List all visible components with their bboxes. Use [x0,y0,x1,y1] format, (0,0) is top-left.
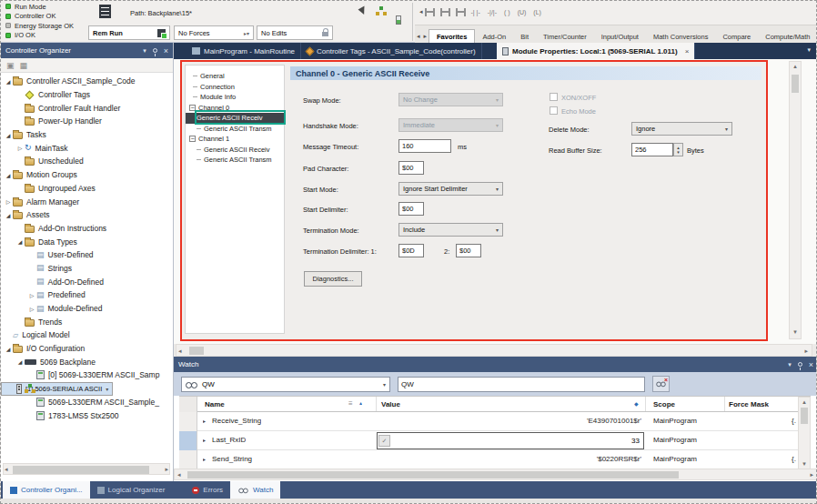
doc-tab-controller-tags[interactable]: Controller Tags - ASCII_Sample_Code(cont… [301,43,482,59]
swap-mode-select[interactable]: No Change [398,93,503,106]
contact-nc-icon[interactable]: -|/|- [488,9,497,15]
tree-item-logical-model[interactable]: ▱Logical Model [1,328,173,342]
expander-icon[interactable] [27,292,36,298]
scrollbar-thumb[interactable] [189,347,204,355]
content-v-scrollbar[interactable]: ▴ ▾ [789,61,802,339]
tree-item-fault-handler[interactable]: Controller Fault Handler [1,101,173,115]
category-module-info[interactable]: Module Info [186,92,284,103]
pin-icon[interactable] [153,48,157,53]
scrollbar-thumb[interactable] [187,471,679,479]
category-ch0-generic-ascii-receive[interactable]: Generic ASCII Receiv [186,113,284,124]
coil-icon[interactable]: ( ) [504,9,510,15]
category-ch1-generic-ascii-receive[interactable]: Generic ASCII Receiv [186,145,284,156]
doc-tab-module-properties[interactable]: Module Properties: Local:1 (5069-SERIAL … [497,43,695,59]
forces-dropdown[interactable]: No Forces ▸▾ [174,25,254,40]
tree-item-io-configuration[interactable]: I/O Configuration [1,342,173,356]
scroll-down-icon[interactable]: ▾ [799,459,810,469]
tab-compare[interactable]: Compare [715,30,758,43]
tab-favorites[interactable]: Favorites [429,29,475,43]
row-gutter[interactable] [179,412,197,431]
close-icon[interactable] [164,46,168,55]
value-type-toggle-icon[interactable]: ✓ [378,435,390,447]
tag-value[interactable]: '$0220RSR$r' [379,455,641,463]
tag-value[interactable]: 'E4390701001$r' [379,417,641,425]
tab-timer-counter[interactable]: Timer/Counter [536,30,594,43]
collapse-left-icon[interactable]: ◂ [418,5,425,18]
panel-menu-icon[interactable] [788,360,792,368]
category-ch1-generic-ascii-transmit[interactable]: Generic ASCII Transm [186,155,284,166]
scrollbar-thumb[interactable] [801,408,808,424]
coil-latch-icon[interactable]: (L) [533,9,541,15]
tab-scroll-left-icon[interactable]: ◂ [415,30,422,43]
echo-mode-checkbox[interactable] [550,106,558,115]
watch-name-input[interactable] [398,377,645,392]
scrollbar-thumb[interactable] [792,75,799,93]
tab-input-output[interactable]: Input/Output [594,30,646,43]
read-buffer-spinner[interactable]: ▴▾ [673,143,683,156]
energy-storage-icon[interactable] [396,15,401,25]
tree-item-ungrouped-axes[interactable]: Ungrouped Axes [1,182,173,196]
watch-row-send-string[interactable]: ▸ Send_String '$0220RSR$r' MainProgram {… [179,450,798,469]
tree-item-l330erm-ethernet[interactable]: 5069-L330ERM ASCII_Sample_ [1,396,173,409]
scroll-right-icon[interactable]: ▸ [804,347,808,356]
tag-name[interactable]: Last_RxID [212,436,246,444]
delete-mode-select[interactable]: Ignore [631,122,732,136]
read-buffer-size-input[interactable] [631,143,673,156]
tag-name[interactable]: Send_String [212,455,252,463]
panel-menu-icon[interactable] [143,46,146,55]
scroll-right-icon[interactable]: ▸ [810,470,813,479]
category-channel-0[interactable]: Channel 0 [186,103,284,114]
scroll-right-icon[interactable]: ▸ [165,465,168,474]
collapse-all-icon[interactable]: ▣ [6,61,15,70]
tree-item-maintask[interactable]: ↻MainTask [1,141,173,155]
expander-icon[interactable] [15,358,25,365]
tree-item-data-types[interactable]: Data Types [1,235,173,248]
tag-value[interactable]: 33 [631,437,643,445]
tree-item-serial-module[interactable]: [1] 5069-SERIAL/A ASCII [1,382,113,396]
tree-item-assets[interactable]: Assets [1,208,173,222]
tree-item-aoi[interactable]: Add-On Instructions [1,222,173,236]
category-connection[interactable]: Connection [186,82,284,93]
contact-no-icon[interactable]: -| |- [471,9,480,15]
expander-icon[interactable] [15,145,25,151]
category-general[interactable]: General [186,71,284,82]
tree-item-1783-lms5[interactable]: 1783-LMS5 Stx2500 [1,408,173,422]
scroll-up-icon[interactable]: ▴ [790,62,801,73]
expand-row-icon[interactable]: ▸ [203,437,206,443]
organizer-h-scrollbar[interactable]: ◂ ▸ [3,463,170,475]
pointer-tool-icon[interactable] [358,6,368,16]
tree-item-addon-defined[interactable]: ▤Add-On-Defined [1,275,173,288]
scroll-up-icon[interactable]: ▴ [799,398,810,407]
column-options-icon[interactable]: ≡ [348,399,353,408]
scroll-left-icon[interactable]: ◂ [5,465,8,474]
start-delimiter-input[interactable] [398,202,424,216]
tab-math-conversions[interactable]: Math Conversions [646,30,715,43]
stop-watching-button[interactable]: × [652,376,670,392]
tree-item-tasks[interactable]: Tasks [1,128,173,142]
expander-icon[interactable] [4,132,13,138]
controller-mode-icon[interactable] [99,5,111,18]
tree-item-predefined[interactable]: ▤Predefined [1,288,173,302]
quick-watch-combo[interactable]: QW ▾ [181,377,390,392]
tree-item-controller-tags[interactable]: Controller Tags [1,88,173,102]
network-browse-icon[interactable] [376,6,387,15]
tab-scroll-right-icon[interactable]: ▸ [422,30,429,43]
scroll-down-icon[interactable]: ▾ [790,328,801,338]
row-gutter[interactable] [179,450,197,469]
tag-name[interactable]: Receive_String [212,417,261,425]
column-header-force-mask[interactable]: Force Mask [729,400,769,408]
tab-controller-organizer[interactable]: Controller Organi... [3,481,90,499]
column-header-name[interactable]: Name [205,400,225,408]
termination-delimiter-1-input[interactable] [398,244,424,257]
collapse-box-icon[interactable] [189,105,196,111]
termination-mode-select[interactable]: Include [398,223,503,237]
expander-icon[interactable] [15,238,25,245]
controller-mode-dropdown[interactable]: Rem Run [88,25,170,40]
category-channel-1[interactable]: Channel 1 [186,134,284,145]
category-ch0-generic-ascii-transmit[interactable]: Generic ASCII Transm [186,124,284,135]
watch-row-last-rxid[interactable]: ▸ Last_RxID ✓ 33 MainProgram [179,431,798,450]
tree-item-alarm-manager[interactable]: Alarm Manager [1,195,173,208]
tab-compute-math[interactable]: Compute/Math [758,30,817,43]
close-icon[interactable] [809,360,813,369]
termination-delimiter-2-input[interactable] [456,244,481,257]
